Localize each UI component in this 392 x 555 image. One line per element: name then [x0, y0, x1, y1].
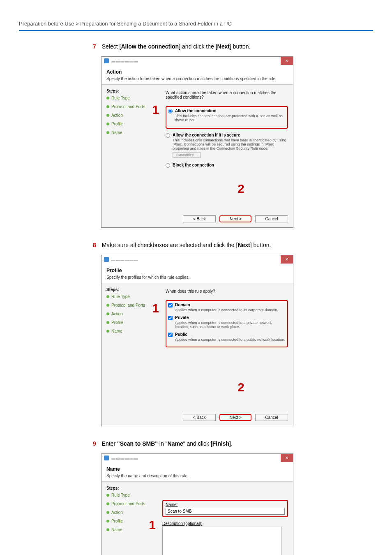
description-field[interactable]	[162, 527, 281, 555]
close-button[interactable]: ×	[281, 255, 293, 264]
chk-public[interactable]	[168, 333, 173, 337]
highlight-profile-checks: DomainApplies when a computer is connect…	[166, 300, 288, 347]
next-button[interactable]: Next >	[219, 215, 251, 222]
radio-allow-secure[interactable]	[166, 133, 170, 138]
shield-icon	[104, 58, 109, 63]
dialog-title-bar: ▬▬▬▬▬▬ ×	[101, 454, 293, 462]
back-button[interactable]: < Back	[183, 215, 216, 222]
sidebar-rule-type[interactable]: Rule Type	[106, 96, 161, 100]
breadcrumb: Preparation before Use > Preparation for…	[19, 21, 373, 30]
name-field[interactable]	[166, 508, 285, 515]
steps-sidebar: Steps: Rule Type Protocol and Ports Acti…	[101, 482, 157, 555]
dialog-heading: Action	[106, 69, 288, 75]
callout-2: 2	[238, 380, 244, 394]
cancel-button[interactable]: Cancel	[255, 215, 288, 222]
dialog-subheading: Specify the action to be taken when a co…	[106, 76, 288, 81]
close-button[interactable]: ×	[281, 454, 293, 462]
sidebar-name[interactable]: Name	[106, 130, 161, 135]
step-8-instruction: 8 Make sure all checkboxes are selected …	[93, 242, 373, 248]
header-divider	[19, 30, 373, 31]
back-button[interactable]: < Back	[183, 414, 216, 421]
chk-domain[interactable]	[168, 303, 173, 308]
chk-private[interactable]	[168, 316, 173, 320]
sidebar-rule-type[interactable]: Rule Type	[106, 294, 161, 299]
dialog-title-bar: ▬▬▬▬▬▬ ×	[101, 255, 293, 264]
radio-allow-connection[interactable]	[168, 109, 173, 113]
step-7-instruction: 7 Select [Allow the connection] and clic…	[93, 43, 373, 50]
step-9-instruction: 9 Enter "Scan to SMB" in "Name" and clic…	[93, 440, 373, 447]
dialog-heading: Name	[106, 466, 288, 472]
callout-1: 1	[149, 518, 156, 532]
dialog-subheading: Specify the name and description of this…	[106, 474, 288, 478]
sidebar-action[interactable]: Action	[106, 510, 157, 515]
radio-block-connection[interactable]	[166, 163, 170, 168]
dialog-heading: Profile	[106, 268, 288, 273]
description-label: Description (optional):	[162, 521, 288, 526]
sidebar-profile[interactable]: Profile	[106, 122, 161, 126]
customize-button: Customize...	[173, 152, 201, 158]
blurred-title: ▬▬▬▬▬▬	[111, 456, 138, 460]
cancel-button[interactable]: Cancel	[255, 414, 288, 421]
shield-icon	[104, 257, 109, 262]
action-dialog: ▬▬▬▬▬▬ × Action Specify the action to be…	[101, 56, 293, 228]
steps-sidebar: Steps: Rule Type Protocol and Ports Acti…	[101, 283, 161, 411]
blurred-title: ▬▬▬▬▬▬	[111, 59, 138, 63]
sidebar-name[interactable]: Name	[106, 329, 161, 333]
shield-icon	[104, 456, 109, 460]
name-label: Name:	[166, 502, 285, 507]
callout-1: 1	[152, 301, 159, 315]
profile-dialog: ▬▬▬▬▬▬ × Profile Specify the profiles fo…	[101, 255, 293, 426]
close-button[interactable]: ×	[281, 57, 293, 65]
dialog-subheading: Specify the profiles for which this rule…	[106, 275, 288, 280]
sidebar-profile[interactable]: Profile	[106, 320, 161, 325]
profile-question: When does this rule apply?	[166, 289, 288, 294]
next-button[interactable]: Next >	[219, 414, 251, 421]
sidebar-protocol[interactable]: Protocol and Ports	[106, 502, 157, 506]
callout-1: 1	[152, 103, 159, 117]
blurred-title: ▬▬▬▬▬▬	[111, 257, 138, 262]
highlight-name-input: Name:	[162, 500, 288, 517]
highlight-allow-connection: Allow the connection This includes conne…	[166, 106, 288, 129]
callout-2: 2	[238, 182, 244, 196]
name-dialog: ▬▬▬▬▬▬ × Name Specify the name and descr…	[101, 453, 293, 555]
dialog-title-bar: ▬▬▬▬▬▬ ×	[101, 57, 293, 65]
action-question: What action should be taken when a conne…	[166, 90, 288, 99]
sidebar-rule-type[interactable]: Rule Type	[106, 493, 157, 497]
steps-sidebar: Steps: Rule Type Protocol and Ports Acti…	[101, 85, 161, 212]
